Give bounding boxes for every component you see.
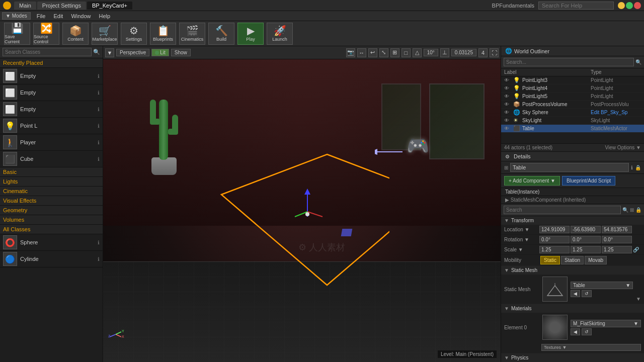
mat-nav-back[interactable]: ◀ — [571, 328, 580, 335]
placed-item-cylinder[interactable]: 🔵 Cylinde ℹ — [0, 251, 103, 267]
physics-section: ▼ Physics Simulate Physics MassInKg — [501, 353, 644, 362]
scale-value-btn[interactable]: 0.03125 — [451, 49, 476, 56]
scale-x-input[interactable] — [539, 246, 570, 253]
grid-value[interactable]: 10° — [424, 49, 438, 56]
location-x-input[interactable] — [539, 226, 570, 233]
settings-button[interactable]: ⚙ Settings — [121, 23, 147, 45]
location-values — [539, 226, 641, 233]
mesh-scroll-down[interactable]: ▼ — [636, 296, 641, 302]
all-classes-header[interactable]: All Classes — [0, 225, 103, 234]
placed-item-cone[interactable]: 🔺 Cone ℹ — [0, 267, 103, 268]
outliner-row-pointlight4[interactable]: 👁 💡 PointLight4 PointLight — [501, 84, 644, 93]
outliner-row-pointlight5[interactable]: 👁 💡 PointLight5 PointLight — [501, 93, 644, 101]
lit-button[interactable]: Lit — [151, 49, 169, 56]
close-button[interactable] — [634, 2, 641, 9]
mat-refresh[interactable]: ↺ — [582, 328, 592, 335]
outliner-row-skylight[interactable]: 👁 ☀ SkyLight SkyLight — [501, 117, 644, 125]
search-classes-input[interactable] — [3, 48, 92, 56]
stationary-mobility-button[interactable]: Station — [561, 256, 584, 264]
location-y-input[interactable] — [571, 226, 601, 233]
outliner-row-skysphere[interactable]: 👁 🌐 Sky Sphere Edit BP_Sky_Sp — [501, 109, 644, 117]
movable-mobility-button[interactable]: Movab — [585, 256, 607, 264]
camera-icon[interactable]: 📷 — [346, 48, 355, 57]
cinematic-header[interactable]: Cinematic — [0, 187, 103, 196]
play-button[interactable]: ▶ Play — [237, 23, 264, 45]
outliner-search-input[interactable] — [504, 58, 634, 66]
vp-toggle-button[interactable]: ▼ — [105, 48, 114, 57]
cylinder-icon: 🔵 — [3, 252, 17, 266]
save-current-button[interactable]: 💾 Save Current — [4, 23, 30, 45]
rotate-icon[interactable]: ↩ — [368, 48, 377, 57]
rotation-y-input[interactable] — [571, 236, 601, 243]
physics-header[interactable]: ▼ Physics — [501, 353, 644, 362]
transform-section-header[interactable]: ▼ Transform — [501, 216, 644, 225]
cinematics-button[interactable]: 🎬 Cinematics — [179, 23, 205, 45]
location-z-input[interactable] — [602, 226, 632, 233]
scale-icon[interactable]: ⤡ — [379, 48, 388, 57]
blueprint-add-script-button[interactable]: Blueprint/Add Script — [562, 176, 615, 186]
viewport-3d[interactable]: 🎮 — [103, 59, 501, 362]
tab-bp-keycard[interactable]: BP_KeyCard+ — [87, 2, 132, 10]
perspective-button[interactable]: Perspective — [116, 49, 149, 56]
scale-z-input[interactable] — [602, 246, 632, 253]
menu-help[interactable]: Help — [95, 12, 115, 20]
menu-edit[interactable]: Edit — [49, 12, 67, 20]
mesh-refresh[interactable]: ↺ — [582, 290, 592, 297]
volumes-header[interactable]: Volumes — [0, 215, 103, 225]
placed-item-cube[interactable]: ⬛ Cube ℹ — [0, 151, 103, 167]
details-name-input[interactable] — [510, 163, 629, 172]
mat-dropdown-icon[interactable]: ▼ — [633, 321, 638, 326]
help-search-input[interactable] — [538, 2, 614, 10]
grid-num1[interactable]: □ — [401, 48, 411, 57]
geometry-header[interactable]: Geometry — [0, 206, 103, 215]
outliner-row-postprocess[interactable]: 👁 📦 PostProcessVolume PostProcessVolu — [501, 101, 644, 109]
inherited-label[interactable]: ▶ StaticMeshComponent (Inherited) — [501, 196, 644, 204]
skysphere-type[interactable]: Edit BP_Sky_Sp — [591, 110, 641, 115]
recently-placed-header[interactable]: Recently Placed — [0, 58, 103, 68]
maximize-button[interactable] — [626, 2, 633, 9]
placed-item-empty-3[interactable]: ⬜ Empty ℹ — [0, 101, 103, 118]
add-component-button[interactable]: + Add Component ▼ — [504, 176, 560, 186]
lock-scale-icon[interactable]: 🔗 — [633, 247, 639, 252]
grid-angle-icon[interactable]: △ — [413, 48, 422, 57]
tab-project-settings[interactable]: Project Settings — [37, 2, 86, 10]
translate-icon[interactable]: ↔ — [357, 48, 366, 57]
static-mobility-button[interactable]: Static — [540, 256, 560, 264]
mesh-dropdown-icon[interactable]: ▼ — [625, 283, 630, 288]
tab-main[interactable]: Main — [14, 2, 36, 10]
menu-window[interactable]: Window — [67, 12, 95, 20]
launch-button[interactable]: 🚀 Launch — [267, 23, 293, 45]
basic-header[interactable]: Basic — [0, 167, 103, 177]
mesh-nav-back[interactable]: ◀ — [571, 290, 580, 297]
marketplace-button[interactable]: 🛒 Marketplace — [92, 23, 118, 45]
placed-item-empty-1[interactable]: ⬜ Empty ℹ — [0, 68, 103, 84]
placed-item-sphere[interactable]: ⭕ Sphere ℹ — [0, 234, 103, 251]
rotation-x-input[interactable] — [539, 236, 570, 243]
viewport-num[interactable]: 4 — [478, 48, 488, 57]
placed-item-player[interactable]: 🚶 Player ℹ — [0, 134, 103, 151]
maximize-viewport-icon[interactable]: ⛶ — [490, 48, 499, 57]
details-search-input[interactable] — [504, 206, 621, 214]
rotation-z-input[interactable] — [602, 236, 632, 243]
grid-toggle[interactable]: ⊞ — [390, 48, 399, 57]
static-mesh-header[interactable]: ▼ Static Mesh — [501, 266, 644, 275]
content-button[interactable]: 📦 Content — [62, 23, 89, 45]
scale-y-input[interactable] — [571, 246, 601, 253]
placed-item-empty-2[interactable]: ⬜ Empty ℹ — [0, 84, 103, 101]
menu-file[interactable]: File — [33, 12, 50, 20]
visual-effects-header[interactable]: Visual Effects — [0, 196, 103, 206]
materials-header[interactable]: ▼ Materials — [501, 304, 644, 313]
view-options-btn[interactable]: View Options ▼ — [605, 145, 641, 150]
blueprints-button[interactable]: 📋 Blueprints — [150, 23, 176, 45]
placed-item-pointlight[interactable]: 💡 Point L ℹ — [0, 118, 103, 134]
surface-snap-icon[interactable]: ⊥ — [440, 48, 449, 57]
minimize-button[interactable] — [618, 2, 625, 9]
build-button[interactable]: 🔨 Build — [208, 23, 234, 45]
outliner-row-table[interactable]: 👁 ⬛ Table StaticMeshActor — [501, 125, 644, 133]
show-button[interactable]: Show — [171, 49, 191, 56]
outliner-row-pointlight3[interactable]: 👁 💡 PointLight3 PointLight — [501, 76, 644, 84]
modes-button[interactable]: ▼ Modes — [2, 12, 31, 20]
textures-dropdown[interactable]: Textures ▼ — [541, 344, 641, 351]
source-control-button[interactable]: 🔀 Source Control — [33, 23, 59, 45]
lights-header[interactable]: Lights — [0, 177, 103, 187]
